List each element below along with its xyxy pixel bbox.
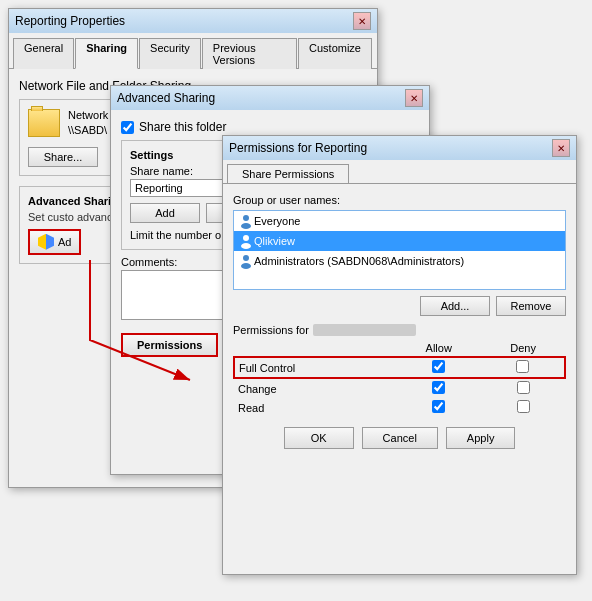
advanced-title-bar: Advanced Sharing ✕	[111, 86, 429, 110]
permissions-for-name	[313, 324, 416, 336]
advanced-close-button[interactable]: ✕	[405, 89, 423, 107]
shield-icon	[38, 234, 54, 250]
full-control-label: Full Control	[234, 357, 396, 378]
read-label: Read	[234, 398, 396, 417]
share-folder-checkbox[interactable]	[121, 121, 134, 134]
everyone-icon	[238, 213, 254, 229]
reporting-title-bar: Reporting Properties ✕	[9, 9, 377, 33]
allow-col: Allow	[396, 340, 481, 357]
svg-point-6	[241, 263, 251, 269]
folder-path: \\SABD\	[68, 123, 114, 138]
apply-button[interactable]: Apply	[446, 427, 516, 449]
permissions-title-bar: Permissions for Reporting ✕	[223, 136, 576, 160]
bottom-buttons: OK Cancel Apply	[233, 427, 566, 449]
full-control-deny-checkbox[interactable]	[516, 360, 529, 373]
change-label: Change	[234, 378, 396, 398]
admin-icon	[238, 253, 254, 269]
deny-col: Deny	[481, 340, 565, 357]
qlikview-icon	[238, 233, 254, 249]
tab-general[interactable]: General	[13, 38, 74, 69]
permissions-window: Permissions for Reporting ✕ Share Permis…	[222, 135, 577, 575]
change-allow	[396, 378, 481, 398]
full-control-deny	[481, 357, 565, 378]
read-allow-checkbox[interactable]	[432, 400, 445, 413]
change-allow-checkbox[interactable]	[432, 381, 445, 394]
permissions-table: Allow Deny Full Control Change	[233, 340, 566, 417]
permissions-for-text: Permissions for	[233, 324, 309, 336]
svg-point-3	[243, 235, 249, 241]
group-administrators[interactable]: Administrators (SABDN068\Administrators)	[234, 251, 565, 271]
remove-group-button[interactable]: Remove	[496, 296, 566, 316]
permissions-tab-bar: Share Permissions	[223, 160, 576, 184]
qlikview-label: Qlikview	[254, 235, 295, 247]
folder-icon	[28, 109, 60, 137]
tab-security[interactable]: Security	[139, 38, 201, 69]
permissions-close-button[interactable]: ✕	[552, 139, 570, 157]
full-control-row: Full Control	[234, 357, 565, 378]
svg-point-2	[241, 223, 251, 229]
everyone-label: Everyone	[254, 215, 300, 227]
advanced-sharing-button[interactable]: Ad	[28, 229, 81, 255]
change-row: Change	[234, 378, 565, 398]
tab-previous-versions[interactable]: Previous Versions	[202, 38, 297, 69]
cancel-button[interactable]: Cancel	[362, 427, 438, 449]
permissions-title-text: Permissions for Reporting	[229, 141, 367, 155]
folder-info: Network f \\SABD\	[68, 108, 114, 139]
permissions-button[interactable]: Permissions	[121, 333, 218, 357]
full-control-allow-checkbox[interactable]	[432, 360, 445, 373]
perm-name-col	[234, 340, 396, 357]
add-remove-row: Add... Remove	[233, 296, 566, 316]
full-control-allow	[396, 357, 481, 378]
admin-label: Administrators (SABDN068\Administrators)	[254, 255, 464, 267]
reporting-close-button[interactable]: ✕	[353, 12, 371, 30]
read-deny-checkbox[interactable]	[517, 400, 530, 413]
add-group-button[interactable]: Add...	[420, 296, 490, 316]
tab-sharing[interactable]: Sharing	[75, 38, 138, 69]
reporting-title-text: Reporting Properties	[15, 14, 125, 28]
permissions-content: Group or user names: Everyone Qlikview	[223, 184, 576, 459]
add-button[interactable]: Add	[130, 203, 200, 223]
tab-customize[interactable]: Customize	[298, 38, 372, 69]
folder-name: Network f	[68, 108, 114, 123]
advanced-title-text: Advanced Sharing	[117, 91, 215, 105]
share-button[interactable]: Share...	[28, 147, 98, 167]
svg-point-4	[241, 243, 251, 249]
share-permissions-tab[interactable]: Share Permissions	[227, 164, 349, 183]
svg-point-1	[243, 215, 249, 221]
change-deny	[481, 378, 565, 398]
share-folder-label: Share this folder	[139, 120, 226, 134]
svg-point-5	[243, 255, 249, 261]
share-folder-row: Share this folder	[121, 120, 419, 134]
read-allow	[396, 398, 481, 417]
reporting-tab-bar: General Sharing Security Previous Versio…	[9, 33, 377, 69]
advanced-btn-label: Ad	[58, 236, 71, 248]
read-deny	[481, 398, 565, 417]
ok-button[interactable]: OK	[284, 427, 354, 449]
permissions-for-row: Permissions for	[233, 324, 566, 336]
group-user-label: Group or user names:	[233, 194, 566, 206]
read-row: Read	[234, 398, 565, 417]
group-qlikview[interactable]: Qlikview	[234, 231, 565, 251]
change-deny-checkbox[interactable]	[517, 381, 530, 394]
group-list: Everyone Qlikview Administrators (SABDN0…	[233, 210, 566, 290]
group-everyone[interactable]: Everyone	[234, 211, 565, 231]
